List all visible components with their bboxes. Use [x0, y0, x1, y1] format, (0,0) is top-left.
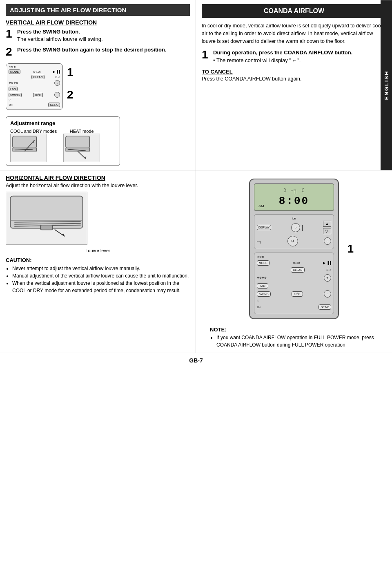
- fan-icons-large: ❄⊛❄⊛: [257, 276, 267, 280]
- vertical-subtitle-text: VERTICAL AIR FLOW DIRECTION: [6, 19, 97, 26]
- play-btns-large[interactable]: ▶ ▐▐: [323, 261, 331, 265]
- mode-icons-large: ☀❄❋: [257, 255, 264, 259]
- remote-illustration-small: ☀❄❋ MODE ⊙○1h ▶ ▐▐ CLEAN ⊙ ○ ❄⊛❄⊛: [6, 63, 63, 110]
- step1: 1 Press the SWING button. The vertical a…: [6, 28, 190, 43]
- english-label: ENGLISH: [383, 70, 390, 100]
- cool-dry-diagram: [10, 134, 47, 162]
- remote-timer-small[interactable]: ⊙○1h: [33, 70, 40, 74]
- remote-minus-btn-small[interactable]: −: [54, 92, 60, 98]
- to-cancel-section: TO CANCEL Press the COANDA AIRFLOW butto…: [202, 69, 386, 82]
- coanda-icon: ⌐: [293, 57, 296, 63]
- heat-label: HEAT mode: [63, 129, 100, 134]
- fan-btn-row-large: FAN: [257, 283, 331, 289]
- fan-row-large: ❄⊛❄⊛ +: [257, 274, 331, 282]
- triangle-btns: ▲ ▽: [323, 221, 331, 234]
- page-footer: GB-7: [0, 353, 392, 368]
- swing-btn-large[interactable]: SWING: [257, 291, 271, 297]
- remote-swing-btn-small[interactable]: SWING: [9, 93, 22, 97]
- bottom-left-col: HORIZONTAL AIR FLOW DIRECTION Adjust the…: [0, 170, 196, 353]
- remote-fan-btn-small[interactable]: FAN: [9, 87, 18, 91]
- svg-line-7: [78, 151, 86, 159]
- setc-btn-large[interactable]: SET/C: [318, 304, 331, 310]
- coanda-title-text: COANDA AIRFLOW: [264, 7, 324, 14]
- coanda-display-icon: ⌐╗: [257, 239, 261, 243]
- coanda-right-icon: ☾: [301, 187, 306, 194]
- step1-main: Press the SWING button.: [17, 29, 80, 35]
- remote-clean-btn-small[interactable]: CLEAN: [31, 75, 44, 79]
- caution-item-1: Never attempt to adjust the vertical air…: [12, 265, 190, 272]
- remote-small-btns: ⊙ ○: [55, 76, 60, 79]
- adjustment-range-box: Adjustment range COOL and DRY modes: [6, 116, 120, 166]
- svg-rect-5: [66, 136, 90, 148]
- display-button[interactable]: DISPLAY: [257, 225, 271, 230]
- note-item-1: If you want COANDA AIRFLOW operation in …: [216, 334, 378, 349]
- remote-main-row: MODE ⊙○1h ▶ ▐▐: [257, 260, 331, 266]
- temp-btn-large[interactable]: 10°C: [292, 291, 303, 297]
- timer-large[interactable]: ⊙○1h: [293, 262, 300, 265]
- footer-text: GB-7: [189, 357, 203, 364]
- remote-plus-btn-small[interactable]: +: [54, 80, 60, 86]
- down-arrow-large: ▽: [257, 299, 259, 303]
- extra-btn[interactable]: ○: [324, 237, 331, 245]
- louvre-label: Louvre lever: [6, 248, 190, 253]
- ion-label: ion: [257, 217, 331, 220]
- remote-step-label: 1: [347, 242, 354, 255]
- caution-item-2: Manual adjustment of the vertical airflo…: [12, 272, 190, 280]
- mode-btn-large[interactable]: MODE: [257, 260, 270, 266]
- coanda-body-text: In cool or dry mode, vertical airflow lo…: [202, 22, 386, 45]
- small-btns-large: ⊙ ○: [326, 268, 331, 272]
- minus-btn-large[interactable]: −: [324, 290, 331, 298]
- to-cancel-body: Press the COANDA AIRFLOW button again.: [202, 76, 386, 82]
- down-btn[interactable]: ▽: [323, 228, 331, 234]
- english-sidebar: ENGLISH: [381, 0, 392, 170]
- note-title: NOTE:: [210, 326, 378, 334]
- remote-setc-btn-small[interactable]: SET/C: [48, 103, 60, 107]
- vertical-subtitle: VERTICAL AIR FLOW DIRECTION: [6, 19, 190, 26]
- step2: 2 Press the SWING button again to stop t…: [6, 46, 190, 58]
- plus-btn-large[interactable]: +: [324, 274, 331, 282]
- cool-dry-mode: COOL and DRY modes: [10, 129, 57, 162]
- swing-row-large: SWING 10°C −: [257, 290, 331, 298]
- coanda-circle-btn[interactable]: ↺: [287, 236, 298, 246]
- remote-play-btn-small[interactable]: ▶ ▐▐: [53, 70, 60, 74]
- remote-circle-small: ⊙○: [9, 103, 13, 107]
- setc-row-large: ⊙○ SET/C: [257, 304, 331, 310]
- remote-mode-icons-small: ☀❄❋: [9, 65, 16, 69]
- remote-middle-buttons: ion DISPLAY ○ | ▲ ▽: [254, 214, 334, 249]
- up-btn[interactable]: ▲: [323, 221, 331, 227]
- coanda-step1-num: 1: [202, 49, 210, 60]
- remote-top-icons: ☽ ⌐╗ ☾: [258, 187, 330, 194]
- cool-dry-label: COOL and DRY modes: [10, 129, 57, 134]
- coanda-step1: 1 During operation, press the COANDA AIR…: [202, 49, 386, 65]
- page: ADJUSTING THE AIR FLOW DIRECTION VERTICA…: [0, 0, 392, 566]
- display-am: AM: [258, 204, 264, 208]
- step1-sub: The vertical airflow louvre will swing.: [17, 36, 103, 42]
- clean-btn-large[interactable]: CLEAN: [291, 267, 304, 273]
- step2-main: Press the SWING button again to stop the…: [17, 47, 166, 53]
- coanda-title: COANDA AIRFLOW: [202, 4, 386, 18]
- left-title: ADJUSTING THE AIR FLOW DIRECTION: [6, 4, 190, 16]
- left-title-text: ADJUSTING THE AIR FLOW DIRECTION: [10, 7, 126, 13]
- horiz-body: Adjust the horizontal air flow direction…: [6, 183, 190, 188]
- coanda-step1-content: During operation, press the COANDA AIRFL…: [213, 49, 352, 65]
- power-btn[interactable]: ○: [291, 223, 300, 232]
- svg-rect-15: [40, 225, 53, 230]
- caution-list: Never attempt to adjust the vertical air…: [12, 265, 190, 294]
- step1-number: 1: [6, 28, 14, 40]
- step1-content: Press the SWING button. The vertical air…: [17, 28, 103, 43]
- remote-mode-btn-small[interactable]: MODE: [9, 69, 20, 74]
- step-numbers-label2: 2: [67, 88, 74, 101]
- remote-display: ☽ ⌐╗ ☾ 8:00 AM: [254, 183, 334, 211]
- display-btn-row: DISPLAY ○ | ▲ ▽: [257, 221, 331, 234]
- remote-temp-btn-small[interactable]: 10°C: [33, 93, 43, 97]
- right-column-top: COANDA AIRFLOW In cool or dry mode, vert…: [196, 0, 392, 170]
- remote-down-small: ▽: [9, 98, 11, 102]
- adj-range-title: Adjustment range: [10, 120, 116, 126]
- power-symbol: |: [302, 224, 303, 231]
- fan-btn-large[interactable]: FAN: [257, 283, 268, 289]
- to-cancel-title: TO CANCEL: [202, 69, 386, 75]
- bottom-right-col: ☽ ⌐╗ ☾ 8:00 AM ion DISPLA: [196, 170, 392, 353]
- step-numbers-label: 1: [67, 66, 74, 79]
- power-btn-area: ○ |: [291, 223, 303, 232]
- circle-btn-large: ⊙○: [257, 306, 261, 309]
